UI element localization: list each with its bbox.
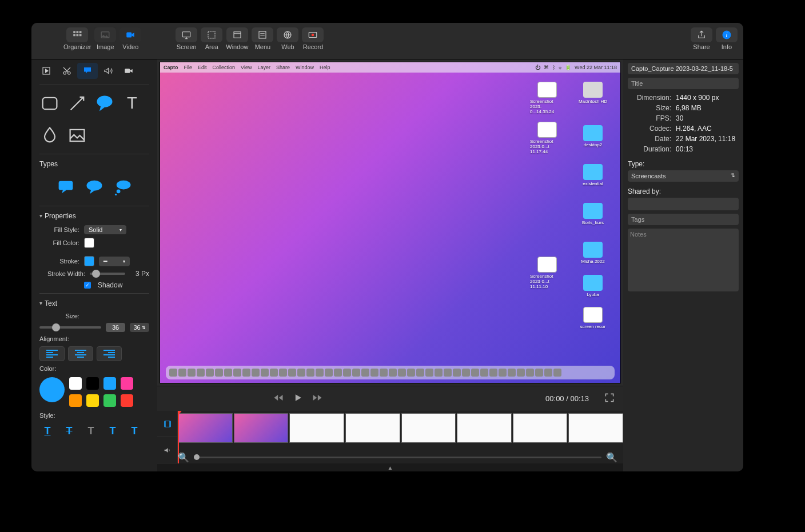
info-codec: H.264, AAC: [676, 125, 712, 133]
callout-type-thought[interactable]: [113, 177, 133, 198]
toolbar-window[interactable]: Window: [226, 27, 248, 50]
svg-point-28: [117, 189, 121, 193]
svg-rect-9: [208, 31, 215, 38]
swatch-yellow[interactable]: [86, 394, 99, 407]
stroke-width-slider[interactable]: [90, 273, 125, 275]
play-button[interactable]: [292, 392, 304, 406]
swatch-green[interactable]: [103, 394, 116, 407]
fill-style-select[interactable]: Solid▾: [84, 225, 126, 234]
stroke-color-swatch[interactable]: [84, 256, 94, 266]
svg-rect-3: [73, 34, 75, 37]
stroke-width-value: 3 Px: [130, 270, 149, 278]
text-size-stepper[interactable]: 36⇅: [130, 323, 149, 332]
swatch-white[interactable]: [69, 377, 82, 390]
svg-rect-1: [77, 31, 79, 33]
text-size-slider[interactable]: [39, 326, 101, 329]
toolbar-image: Image: [94, 27, 116, 50]
toolbar-info[interactable]: iInfo: [716, 27, 738, 50]
info-fps: 30: [676, 114, 683, 122]
tool-cut[interactable]: [57, 63, 77, 79]
align-left[interactable]: [39, 346, 65, 361]
svg-rect-11: [259, 31, 266, 38]
audio-track-icon[interactable]: [157, 437, 177, 463]
svg-rect-24: [70, 130, 85, 141]
svg-rect-25: [59, 181, 73, 190]
type-label: Type:: [628, 160, 739, 168]
swatch-blue[interactable]: [103, 377, 116, 390]
types-section-label: Types: [31, 157, 157, 171]
swatch-red[interactable]: [121, 394, 133, 407]
info-date: 22 Mar 2023, 11:18: [676, 135, 735, 143]
swatch-orange[interactable]: [69, 394, 82, 407]
filename-field[interactable]: Capto_Capture 2023-03-22_11-18-5: [628, 63, 739, 74]
main-toolbar: Organizer Image Video Screen Area Window…: [31, 23, 743, 59]
toolbar-screen[interactable]: Screen: [176, 27, 197, 50]
panel-resize-handle[interactable]: ▲: [157, 463, 623, 471]
stroke-style-select[interactable]: ━▾: [99, 257, 130, 266]
video-track-icon[interactable]: [157, 411, 177, 437]
shape-arrow[interactable]: [67, 93, 87, 114]
svg-rect-10: [234, 32, 241, 38]
shape-callout[interactable]: [94, 93, 115, 114]
properties-section-label[interactable]: Properties: [31, 209, 157, 223]
toolbar-share[interactable]: Share: [691, 27, 712, 50]
svg-point-22: [97, 96, 113, 107]
playback-time: 00:00 / 00:13: [545, 394, 589, 403]
shared-field[interactable]: [628, 198, 739, 210]
tool-camera[interactable]: [118, 63, 139, 79]
tool-play-clip[interactable]: [36, 63, 57, 79]
fullscreen-button[interactable]: [604, 392, 615, 406]
type-select[interactable]: Screencasts⇅: [628, 170, 739, 182]
text-section-label[interactable]: Text: [31, 296, 157, 311]
toolbar-menu[interactable]: Menu: [252, 27, 273, 50]
forward-button[interactable]: [312, 392, 323, 406]
style-section-label: Style:: [39, 412, 55, 419]
shadow-label: Shadow: [98, 281, 122, 289]
text-style-outline[interactable]: T: [105, 424, 121, 438]
toolbar-web[interactable]: Web: [277, 27, 298, 50]
svg-rect-0: [73, 31, 75, 33]
text-style-plain[interactable]: T: [83, 424, 99, 438]
toolbar-organizer[interactable]: Organizer: [63, 27, 91, 50]
swatch-black[interactable]: [86, 377, 99, 390]
text-style-strike[interactable]: T: [61, 424, 77, 438]
svg-rect-32: [169, 421, 170, 427]
shadow-checkbox[interactable]: ✓: [84, 282, 91, 289]
toolbar-video[interactable]: Video: [119, 27, 141, 50]
info-panel: Capto_Capture 2023-03-22_11-18-5 Title D…: [623, 59, 743, 471]
zoom-out-icon[interactable]: 🔍: [178, 452, 189, 463]
svg-rect-31: [164, 421, 165, 427]
zoom-in-icon[interactable]: 🔍: [606, 452, 617, 463]
tool-annotate[interactable]: [77, 63, 98, 79]
color-current[interactable]: [39, 377, 65, 402]
tool-audio[interactable]: [98, 63, 118, 79]
video-preview[interactable]: Capto FileEditCollectionViewLayerShareWi…: [160, 62, 621, 383]
fill-style-label: Fill Style:: [39, 226, 79, 233]
rewind-button[interactable]: [273, 392, 284, 406]
toolbar-record[interactable]: Record: [302, 27, 324, 50]
text-size-field[interactable]: 36: [106, 323, 125, 332]
shape-rect[interactable]: [39, 93, 60, 114]
shape-blur[interactable]: [39, 125, 60, 146]
shape-text[interactable]: T: [122, 93, 142, 114]
preview-dock: [166, 366, 615, 379]
zoom-slider[interactable]: [194, 457, 601, 458]
tags-field[interactable]: Tags: [628, 214, 739, 225]
text-style-glow[interactable]: T: [126, 424, 142, 438]
text-style-underline[interactable]: T: [39, 424, 55, 438]
notes-field[interactable]: Notes: [628, 229, 739, 291]
shape-image[interactable]: [67, 125, 87, 146]
align-center[interactable]: [68, 346, 93, 361]
toolbar-area[interactable]: Area: [201, 27, 222, 50]
callout-type-oval[interactable]: [84, 177, 105, 198]
svg-point-14: [312, 34, 314, 37]
callout-type-square[interactable]: [55, 177, 76, 198]
svg-rect-4: [77, 34, 79, 37]
align-right[interactable]: [97, 346, 122, 361]
shared-label: Shared by:: [628, 187, 739, 195]
svg-rect-21: [43, 98, 57, 109]
swatch-pink[interactable]: [121, 377, 133, 390]
title-field[interactable]: Title: [628, 78, 739, 89]
fill-color-swatch[interactable]: [84, 238, 94, 248]
stroke-label: Stroke:: [39, 258, 79, 265]
